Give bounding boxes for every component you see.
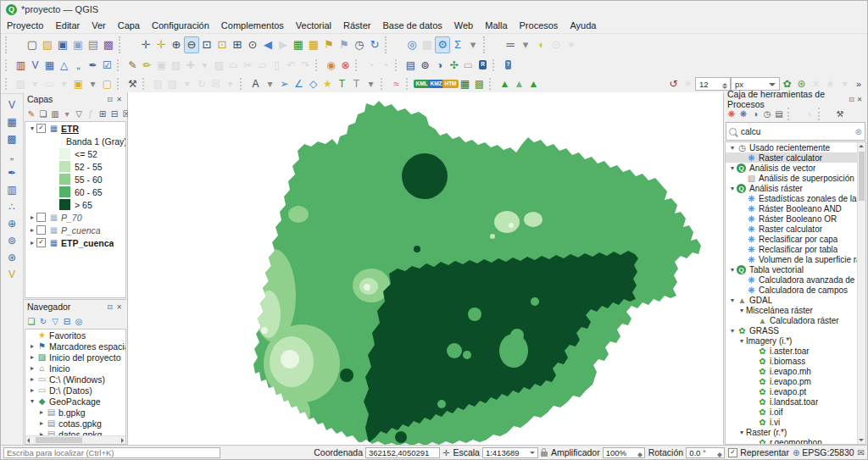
menu-item[interactable]: Proyecto — [1, 19, 49, 31]
add-point-cloud-icon[interactable]: ∴ — [3, 199, 20, 214]
expander-icon[interactable]: ▸ — [28, 213, 36, 221]
toolbox-tree-item[interactable]: ▧ Análisis de superposición — [726, 173, 865, 183]
menu-item[interactable]: Procesos — [514, 19, 565, 31]
scrollbar-thumb[interactable] — [36, 437, 82, 443]
toolbox-tree-item[interactable]: ✿ i.oif — [726, 407, 865, 417]
serval-icon[interactable]: ▩ — [472, 76, 487, 91]
rotate-label-icon[interactable]: ↻ — [194, 76, 209, 91]
zoom-to-selection-icon[interactable]: ⊡ — [214, 36, 230, 53]
browser-tree-item[interactable]: ▸ ▨ Inicio del proyecto — [25, 352, 125, 363]
add-mesh-layer-icon[interactable]: ▩ — [3, 131, 20, 147]
collapse-all-icon[interactable]: ⊟ — [108, 108, 120, 120]
toolbox-tree-item[interactable]: ✿ i.evapo.pt — [726, 386, 865, 396]
layer-tree-item[interactable]: 60 - 65 — [25, 186, 125, 198]
magnifier-spinner[interactable]: 100% — [603, 447, 645, 458]
toolbox-tree-item[interactable]: ❋ Estadísticas zonales de la cap... — [726, 193, 865, 203]
zoom-last-icon[interactable]: ◀ — [260, 36, 275, 53]
expander-icon[interactable]: ▾ — [728, 266, 737, 274]
in-place-edit-icon[interactable]: ❋ — [737, 108, 749, 120]
undock-panel-icon[interactable]: ⊡ — [105, 302, 114, 312]
add-virtual-layer-icon[interactable]: ▥ — [3, 182, 20, 197]
add-mesh-layer-icon[interactable]: △ — [57, 58, 71, 73]
toolbox-tree-item[interactable]: ❋ Raster calculator — [726, 152, 865, 163]
label-caret-icon[interactable]: ▾ — [180, 76, 194, 91]
toolbox-tree-item[interactable]: ✿ i.biomass — [726, 356, 865, 366]
toolbox-tree-item[interactable]: ❋ Reclasificar por tabla — [726, 244, 865, 254]
save-project-icon[interactable]: ▣ — [55, 36, 70, 53]
toolbox-tree-item[interactable]: ✿ i.aster.toar — [726, 346, 865, 356]
messages-icon[interactable]: ✉ — [858, 448, 865, 457]
snapping-icon[interactable]: ✳ — [681, 76, 695, 91]
refresh-map-icon[interactable]: ↻ — [367, 36, 382, 53]
python-console-icon[interactable]: ◑ — [432, 58, 447, 73]
menu-item[interactable]: Malla — [479, 19, 513, 31]
zoom-out-icon[interactable]: ⊖ — [184, 36, 199, 53]
results-viewer-icon[interactable]: ▤ — [773, 108, 785, 120]
show-bookmarks-icon[interactable]: ⚑ — [337, 36, 352, 53]
form-caret-icon[interactable]: ▾ — [364, 76, 378, 91]
add-raster-layer-icon[interactable]: ▦ — [3, 114, 20, 130]
graphical-modeler-icon[interactable]: ✣ — [447, 58, 461, 73]
rotation-spinner[interactable]: 0.0 ° — [686, 447, 725, 458]
temporal-controller-icon[interactable]: ◷ — [352, 36, 367, 53]
open-attribute-table-icon[interactable]: ▦ — [420, 36, 435, 53]
layout-manager-icon[interactable]: ▤ — [86, 36, 101, 53]
nominatim-search-icon[interactable]: ⊙ — [548, 36, 564, 53]
scrollbar-thumb[interactable] — [859, 152, 865, 201]
history-icon[interactable]: ◷ — [761, 108, 773, 120]
expander-icon[interactable]: ▾ — [28, 125, 36, 132]
help-icon[interactable]: ? — [501, 58, 515, 73]
expander-icon[interactable]: ▾ — [728, 185, 737, 192]
raster-paint-icon[interactable]: ▦ — [458, 76, 472, 91]
layer-tree-item[interactable]: 52 - 55 — [25, 160, 125, 173]
browser-tree-item[interactable]: ★ Favoritos — [25, 330, 125, 341]
scroll-right-icon[interactable] — [121, 438, 124, 443]
text-annotation-icon[interactable]: A — [248, 76, 263, 91]
duplicate-caret-icon[interactable]: ▾ — [86, 76, 100, 91]
toolbox-tree-item[interactable]: ❋ Calculadora de campos — [726, 285, 865, 295]
menu-item[interactable]: Ayuda — [564, 19, 602, 31]
new-3d-map-view-icon[interactable]: ▦ — [306, 36, 321, 53]
layer-checkbox[interactable] — [36, 213, 46, 222]
toolbox-tree-item[interactable]: ▾ Miscelánea ráster — [726, 305, 865, 315]
expander-icon[interactable]: ▸ — [37, 408, 46, 416]
copy-features-icon[interactable]: ▱ — [255, 58, 270, 73]
browser-tree-item[interactable]: ▸ ▭ D:\ (Datos) — [25, 385, 125, 396]
modify-feature-icon[interactable]: ▨ — [212, 58, 226, 73]
current-edits-icon[interactable]: ✎ — [125, 58, 140, 73]
layer-tree-item[interactable]: ▸ ✓ ▦ ETP_cuenca — [25, 236, 125, 249]
undo-icon[interactable]: ↶ — [284, 58, 298, 73]
themes-caret-icon[interactable]: ▾ — [61, 108, 73, 120]
paste-style-icon[interactable]: ▢ — [100, 76, 114, 91]
filter-expression-icon[interactable]: ƒ — [85, 108, 97, 120]
text-along-line-icon[interactable]: T — [335, 76, 349, 91]
python-icon[interactable]: ◑ — [749, 108, 761, 120]
expander-icon[interactable]: ▸ — [28, 375, 36, 383]
expander-icon[interactable]: ▸ — [28, 226, 36, 234]
browser-tree-item[interactable]: ▸ ▤ b.gpkg — [25, 407, 125, 418]
toolbox-tree-item[interactable]: ▾ ✿ GRASS — [726, 325, 865, 335]
layer-tree-item[interactable]: ▸ ▦ P_70 — [25, 211, 125, 224]
locator-input[interactable] — [3, 447, 220, 458]
grass-tools-icon[interactable]: R — [476, 58, 490, 73]
pan-map-icon[interactable]: ✛ — [138, 36, 153, 53]
menu-item[interactable]: Editar — [49, 19, 86, 31]
new-project-icon[interactable]: ▢ — [25, 36, 40, 53]
browser-tree-item[interactable]: ▾ ◆ GeoPackage — [25, 396, 125, 407]
menu-item[interactable]: Complementos — [215, 19, 290, 31]
toolbar-overflow-icon[interactable]: ▾ — [465, 36, 481, 53]
star-annotation-icon[interactable]: ★ — [320, 76, 335, 91]
layer-tree-item[interactable]: > 65 — [25, 198, 125, 211]
add-vector-layer-icon[interactable]: V — [28, 58, 42, 73]
menu-item[interactable]: Ráster — [337, 19, 376, 31]
annotation-caret-icon[interactable]: ▾ — [263, 76, 277, 91]
move-label-icon[interactable]: ▨ — [151, 76, 165, 91]
browser-tree-item[interactable]: ▸ ▤ cotas.gpkg — [25, 418, 125, 429]
db-manager-icon[interactable]: ▤ — [403, 58, 418, 73]
layer-tree-item[interactable]: ▸ ▦ P_cuenca — [25, 224, 125, 236]
scroll-left-icon[interactable] — [27, 438, 30, 443]
render-checkbox[interactable]: ✓ — [728, 448, 737, 457]
toolbox-tree-item[interactable]: ✿ i.vi — [726, 417, 865, 427]
osgeo-shell-icon[interactable]: ▭ — [461, 58, 476, 73]
toolbox-tree-item[interactable]: ✿ r.geomorphon — [726, 437, 865, 445]
